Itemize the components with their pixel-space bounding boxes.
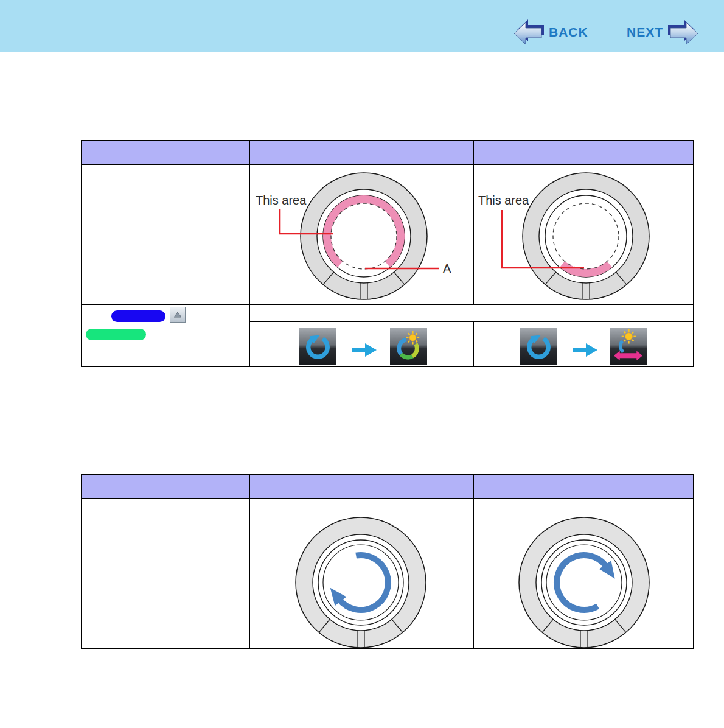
this-area-label: This area xyxy=(478,194,529,207)
this-area-label: This area xyxy=(256,194,307,207)
next-button[interactable]: NEXT xyxy=(627,25,663,40)
rotate-icon xyxy=(299,328,336,365)
transition-arrow-icon xyxy=(352,341,377,359)
table1-col-divider-1 xyxy=(249,141,250,366)
wheel-diagram-full-area: This area A xyxy=(251,165,473,304)
rotate-icon xyxy=(520,328,557,365)
highlighted-link-blue[interactable] xyxy=(111,310,165,322)
table1-strip-divider xyxy=(249,321,693,322)
wheel-diagram-rotate-ccw xyxy=(251,499,473,649)
highlighted-text-green xyxy=(86,329,146,340)
page-top-button[interactable] xyxy=(170,307,186,323)
table1-row-divider xyxy=(82,304,693,305)
table1-icon-cell-divider xyxy=(473,321,474,366)
top-nav-bar xyxy=(0,0,724,52)
pad-circle xyxy=(545,195,627,277)
wheel-diagram-rotate-cw xyxy=(474,499,694,649)
table2-col-divider-1 xyxy=(249,475,250,648)
a-label: A xyxy=(443,262,451,275)
display-switch-icon xyxy=(610,328,647,365)
up-triangle-icon xyxy=(173,310,183,319)
wheel-diagram-bottom-area: This area xyxy=(474,165,694,304)
sun-core xyxy=(625,333,633,340)
sun-core xyxy=(409,334,416,341)
next-arrow-icon[interactable] xyxy=(667,18,699,46)
transition-arrow-icon xyxy=(573,341,598,359)
back-button[interactable]: BACK xyxy=(549,25,588,40)
brightness-icon xyxy=(390,328,427,365)
table2-header-row xyxy=(82,475,693,498)
table1-header-row xyxy=(82,141,693,164)
back-arrow-icon[interactable] xyxy=(513,18,545,46)
